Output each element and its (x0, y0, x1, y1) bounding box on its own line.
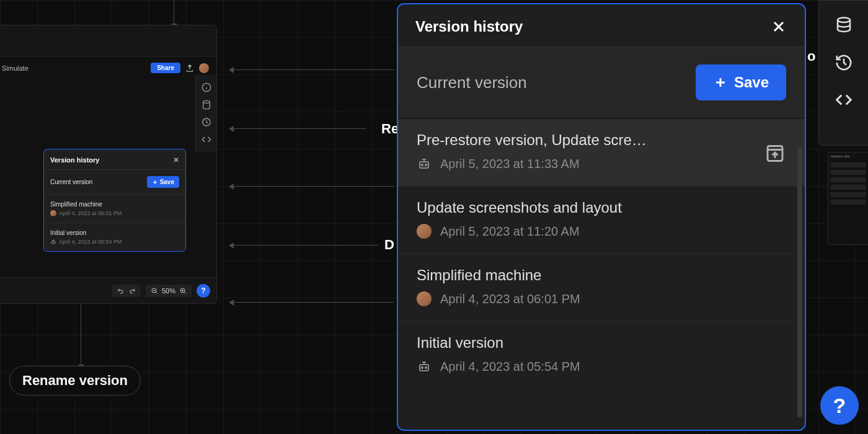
version-item[interactable]: Simplified machine April 4, 2023 at 06:0… (398, 254, 805, 322)
svg-point-14 (425, 367, 427, 368)
zoom-group[interactable]: 50% (146, 285, 192, 297)
user-avatar (417, 291, 432, 306)
bg-node-partial: Re (381, 121, 399, 137)
history-icon[interactable] (202, 117, 211, 127)
mini-close-button[interactable]: ✕ (173, 156, 179, 164)
version-title: Simplified machine (417, 267, 714, 284)
user-avatar[interactable] (199, 63, 209, 73)
mini-version-item[interactable]: Initial version April 4, 2023 at 05:54 P… (44, 223, 185, 251)
right-sidebar (818, 0, 868, 146)
undo-icon[interactable] (117, 287, 125, 294)
version-title: Pre-restore version, Update scre… (417, 131, 714, 149)
version-item[interactable]: Initial version April 4, 2023 at 05:54 P… (398, 322, 805, 389)
arrow-left (232, 302, 394, 303)
arrow-down (174, 0, 174, 25)
thumbnail-sidebar (195, 75, 216, 152)
plus-icon (152, 179, 158, 185)
current-version-row: Current version Save (398, 47, 805, 119)
version-item[interactable]: Update screenshots and layout April 5, 2… (398, 187, 805, 254)
mini-help-button[interactable]: ? (197, 284, 210, 298)
thumbnail-header: Simulate Share (0, 56, 216, 79)
history-icon[interactable] (835, 53, 853, 72)
mini-version-history-panel: Version history ✕ Current version Save S… (43, 149, 186, 252)
bot-icon (50, 239, 56, 245)
current-version-label: Current version (417, 73, 527, 92)
bot-icon (417, 359, 432, 374)
restore-icon[interactable] (764, 141, 786, 164)
svg-point-9 (422, 164, 423, 166)
version-date: April 5, 2023 at 11:33 AM (440, 157, 580, 171)
plus-icon (713, 75, 728, 90)
mini-panel-title: Version history (50, 156, 99, 164)
arrow-left (232, 69, 394, 70)
arrow-left (232, 186, 394, 187)
share-button[interactable]: Share (151, 63, 180, 73)
zoom-in-icon[interactable] (179, 287, 187, 294)
mini-version-item[interactable]: Simplified machine April 4, 2023 at 06:0… (44, 195, 185, 223)
svg-point-7 (838, 18, 850, 23)
thumbnail-footer: 50% ? (0, 277, 216, 303)
arrow-left (232, 128, 366, 129)
svg-point-10 (425, 164, 427, 166)
mini-save-button[interactable]: Save (147, 176, 179, 188)
save-button[interactable]: Save (696, 64, 786, 100)
tiny-preview: Versions view (828, 152, 868, 245)
bg-node-partial: D (384, 237, 394, 253)
info-icon[interactable] (202, 82, 211, 92)
mini-current-label: Current version (50, 179, 92, 185)
undo-redo-group[interactable] (112, 285, 141, 297)
user-avatar (417, 224, 432, 239)
avatar (50, 210, 56, 216)
version-date: April 5, 2023 at 11:20 AM (440, 224, 580, 239)
database-icon[interactable] (835, 16, 853, 35)
tiny-title: Versions view (828, 153, 868, 160)
svg-point-5 (52, 242, 53, 242)
zoom-level: 50% (162, 287, 175, 294)
help-button[interactable]: ? (820, 386, 859, 425)
upload-icon[interactable] (185, 64, 194, 73)
modal-body: Current version Save Pre-restore version… (398, 47, 805, 429)
thumbnail-topbar (0, 25, 216, 56)
database-icon[interactable] (202, 100, 211, 110)
bot-icon (417, 156, 432, 171)
version-history-modal: Version history Current version Save Pre… (397, 3, 806, 431)
version-item[interactable]: Pre-restore version, Update scre… April … (398, 119, 805, 187)
arrow-left (232, 245, 378, 246)
simulate-tab: Simulate (2, 64, 29, 72)
redo-icon[interactable] (128, 287, 136, 294)
svg-point-1 (203, 100, 210, 103)
version-date: April 4, 2023 at 06:01 PM (440, 292, 580, 306)
version-title: Initial version (417, 334, 714, 352)
version-date: April 4, 2023 at 05:54 PM (440, 360, 580, 374)
svg-point-6 (54, 242, 55, 242)
code-icon[interactable] (835, 91, 853, 109)
modal-title: Version history (415, 18, 523, 35)
version-title: Update screenshots and layout (417, 199, 714, 216)
arrow-down (81, 304, 81, 366)
code-icon[interactable] (202, 135, 211, 144)
bg-node-partial: o (807, 48, 815, 64)
svg-point-13 (422, 367, 423, 368)
scrollbar[interactable] (797, 147, 802, 417)
rename-version-node[interactable]: Rename version (9, 366, 141, 396)
zoom-out-icon[interactable] (151, 287, 158, 294)
close-button[interactable] (770, 18, 787, 35)
